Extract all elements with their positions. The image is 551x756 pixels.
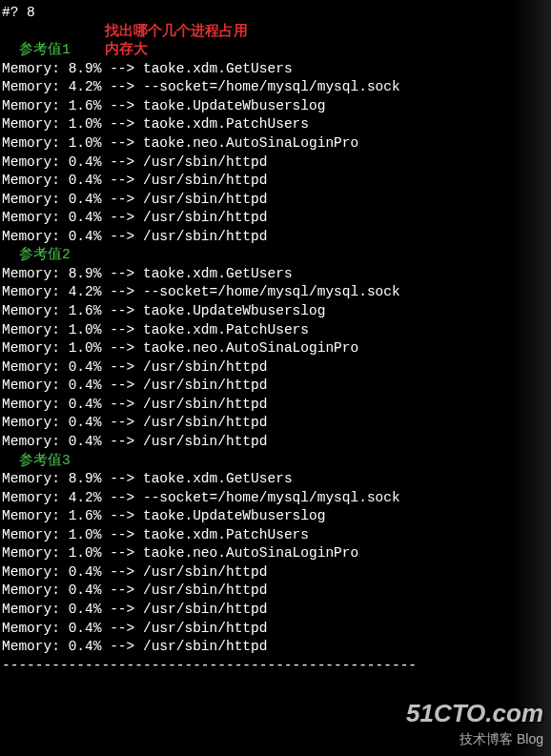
mem-row: Memory: 0.4% --> /usr/sbin/httpd — [2, 414, 549, 433]
section-3-label: 参考值3 — [2, 452, 549, 471]
mem-row: Memory: 1.0% --> taoke.xdm.PatchUsers — [2, 321, 549, 340]
mem-row: Memory: 1.6% --> taoke.UpdateWbuserslog — [2, 302, 549, 321]
section-1-header-row: 参考值1内存大 — [2, 41, 549, 60]
prompt-text: #? 8 — [2, 5, 35, 20]
mem-row: Memory: 0.4% --> /usr/sbin/httpd — [2, 209, 549, 228]
watermark-brand: 51CTO.com — [406, 697, 543, 730]
mem-row: Memory: 0.4% --> /usr/sbin/httpd — [2, 582, 549, 601]
mem-row: Memory: 1.0% --> taoke.neo.AutoSinaLogin… — [2, 544, 549, 563]
mem-row: Memory: 1.0% --> taoke.xdm.PatchUsers — [2, 526, 549, 545]
terminal-output: #? 8 找出哪个几个进程占用 参考值1内存大 Memory: 8.9% -->… — [2, 4, 549, 675]
mem-row: Memory: 0.4% --> /usr/sbin/httpd — [2, 620, 549, 639]
title-text-2: 内存大 — [71, 42, 148, 57]
mem-row: Memory: 0.4% --> /usr/sbin/httpd — [2, 358, 549, 378]
mem-row: Memory: 0.4% --> /usr/sbin/httpd — [2, 172, 549, 191]
mem-row: Memory: 4.2% --> --socket=/home/mysql/my… — [2, 78, 549, 97]
title-line-1: 找出哪个几个进程占用 — [2, 23, 549, 42]
mem-row: Memory: 0.4% --> /usr/sbin/httpd — [2, 396, 549, 415]
mem-row: Memory: 0.4% --> /usr/sbin/httpd — [2, 563, 549, 582]
mem-row: Memory: 8.9% --> taoke.xdm.GetUsers — [2, 265, 549, 284]
mem-row: Memory: 1.0% --> taoke.neo.AutoSinaLogin… — [2, 134, 549, 153]
mem-row: Memory: 8.9% --> taoke.xdm.GetUsers — [2, 60, 549, 79]
divider-line: ----------------------------------------… — [2, 657, 549, 676]
section-2-label: 参考值2 — [2, 246, 549, 265]
mem-row: Memory: 1.0% --> taoke.neo.AutoSinaLogin… — [2, 339, 549, 358]
mem-row: Memory: 1.0% --> taoke.xdm.PatchUsers — [2, 115, 549, 134]
shell-prompt: #? 8 — [2, 4, 549, 23]
title-text-1: 找出哪个几个进程占用 — [105, 24, 248, 39]
section-2-rows: Memory: 8.9% --> taoke.xdm.GetUsers Memo… — [2, 265, 549, 452]
section-1-rows: Memory: 8.9% --> taoke.xdm.GetUsers Memo… — [2, 60, 549, 247]
mem-row: Memory: 0.4% --> /usr/sbin/httpd — [2, 433, 549, 452]
mem-row: Memory: 0.4% --> /usr/sbin/httpd — [2, 638, 549, 657]
mem-row: Memory: 1.6% --> taoke.UpdateWbuserslog — [2, 507, 549, 526]
mem-row: Memory: 0.4% --> /usr/sbin/httpd — [2, 377, 549, 396]
section-3-rows: Memory: 8.9% --> taoke.xdm.GetUsers Memo… — [2, 470, 549, 657]
watermark: 51CTO.com 技术博客 Blog — [406, 697, 543, 748]
mem-row: Memory: 8.9% --> taoke.xdm.GetUsers — [2, 470, 549, 489]
mem-row: Memory: 0.4% --> /usr/sbin/httpd — [2, 228, 549, 247]
section-1-label: 参考值1 — [2, 42, 71, 57]
mem-row: Memory: 4.2% --> --socket=/home/mysql/my… — [2, 283, 549, 302]
mem-row: Memory: 0.4% --> /usr/sbin/httpd — [2, 153, 549, 173]
mem-row: Memory: 4.2% --> --socket=/home/mysql/my… — [2, 489, 549, 508]
mem-row: Memory: 0.4% --> /usr/sbin/httpd — [2, 191, 549, 210]
mem-row: Memory: 0.4% --> /usr/sbin/httpd — [2, 601, 549, 620]
watermark-sub: 技术博客 Blog — [406, 730, 543, 748]
mem-row: Memory: 1.6% --> taoke.UpdateWbuserslog — [2, 97, 549, 116]
